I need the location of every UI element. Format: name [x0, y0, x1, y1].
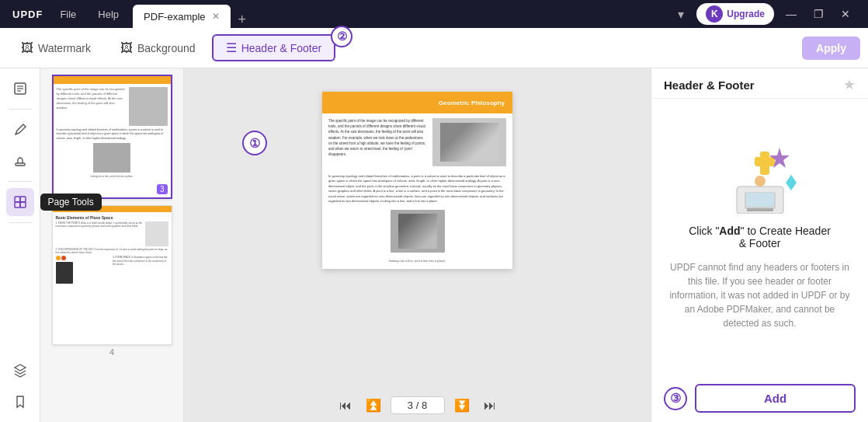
pdf-right-col [432, 118, 506, 166]
sidebar-icon-edit[interactable] [6, 75, 34, 103]
watermark-icon: 🖼 [21, 41, 33, 55]
add-button[interactable]: Add [695, 384, 856, 413]
titlebar-right: K Upgrade — ❐ ✕ [690, 3, 862, 25]
tab-background-label: Background [137, 42, 196, 54]
apply-button[interactable]: Apply [802, 37, 860, 60]
add-tab-button[interactable]: + [231, 12, 255, 28]
pdf-body-text: In geometry topology and related branche… [322, 171, 512, 207]
tab-watermark[interactable]: 🖼 Watermark [8, 36, 104, 61]
svg-rect-7 [15, 202, 20, 208]
nav-first-button[interactable]: ⏮ [335, 396, 356, 416]
badge-1: ① [242, 131, 267, 155]
nav-next-button[interactable]: ⏬ [450, 395, 474, 416]
right-panel-footer: ③ Add [651, 375, 868, 422]
page-tools-tooltip: Page Tools [40, 194, 102, 211]
thumb-img-4: Basic Elements of Plane Space 1. KNOW TH… [52, 205, 172, 345]
sidebar-icon-stamp[interactable] [6, 147, 34, 175]
tab-label: PDF-example [144, 11, 205, 23]
page-indicator: 3 / 8 [391, 396, 445, 414]
svg-rect-4 [16, 163, 25, 166]
nav-prev-button[interactable]: ⏫ [361, 395, 386, 416]
user-avatar: K [706, 5, 723, 23]
svg-rect-12 [755, 157, 775, 166]
titlebar: UPDF File Help PDF-example ✕ + ▾ K Upgra… [0, 0, 868, 28]
right-panel-desc: UPDF cannot find any headers or footers … [667, 260, 852, 330]
viewer-area: ① Geometric Philosophy The specific poin… [184, 68, 651, 422]
close-button[interactable]: ✕ [835, 8, 856, 20]
thumb-img-3: The specific point of the image can be r… [52, 75, 172, 199]
illustration [717, 144, 803, 214]
menu-bar: File Help [49, 0, 130, 28]
sidebar-left: Page Tools [0, 68, 40, 422]
tab-header-footer[interactable]: ☰ Header & Footer [212, 34, 336, 61]
nav-last-button[interactable]: ⏭ [479, 396, 501, 416]
toolbar: 🖼 Watermark 🖼 Background ☰ Header & Foot… [0, 28, 868, 68]
menu-help[interactable]: Help [87, 0, 130, 28]
divider-3 [9, 222, 32, 223]
app-logo: UPDF [6, 9, 49, 20]
thumbnail-page-3[interactable]: The specific point of the image can be r… [47, 75, 177, 199]
upgrade-button[interactable]: K Upgrade [696, 3, 774, 25]
right-panel-content: Click "Add" to Create Header& Footer UPD… [651, 99, 868, 375]
thumbnail-page-4[interactable]: Basic Elements of Plane Space 1. KNOW TH… [47, 205, 177, 357]
maximize-button[interactable]: ❐ [808, 8, 829, 20]
tab-close-icon[interactable]: ✕ [212, 11, 220, 22]
tabs-dropdown-icon[interactable]: ▾ [672, 7, 690, 22]
right-panel-title: Header & Footer [664, 78, 755, 92]
svg-rect-17 [747, 208, 773, 211]
pdf-caption: looking into a line, and a line into a p… [322, 259, 512, 269]
minimize-button[interactable]: — [780, 8, 802, 20]
svg-rect-8 [20, 202, 26, 208]
divider-1 [9, 109, 32, 110]
background-icon: 🖼 [120, 41, 133, 55]
right-panel: Header & Footer ★ [651, 68, 868, 422]
badge-2: ② [331, 26, 352, 47]
pdf-left-text: The specific point of the image can be r… [328, 118, 428, 166]
svg-rect-5 [15, 197, 20, 202]
thumb-label-4: 4 [109, 347, 114, 357]
upgrade-label: Upgrade [727, 9, 765, 19]
main-area: Page Tools The specific point of the ima… [0, 68, 868, 422]
svg-marker-14 [786, 175, 797, 190]
svg-rect-16 [746, 193, 774, 207]
pdf-page: Geometric Philosophy The specific point … [322, 92, 512, 269]
divider-2 [9, 181, 32, 182]
nav-bar: ⏮ ⏫ 3 / 8 ⏬ ⏭ [335, 389, 501, 422]
sidebar-icon-page-tools[interactable]: Page Tools [6, 188, 34, 216]
right-panel-cta: Click "Add" to Create Header& Footer [689, 225, 831, 249]
star-icon[interactable]: ★ [843, 76, 856, 93]
thumbnails-panel: The specific point of the image can be r… [40, 68, 184, 422]
sidebar-icon-annotate[interactable] [6, 116, 34, 144]
tab-background[interactable]: 🖼 Background [107, 36, 209, 61]
svg-point-15 [755, 176, 766, 187]
right-panel-header: Header & Footer ★ [651, 68, 868, 99]
tab-watermark-label: Watermark [38, 42, 91, 54]
tab-header-footer-label: Header & Footer [241, 42, 322, 54]
menu-file[interactable]: File [49, 0, 87, 28]
header-footer-icon: ☰ [226, 40, 237, 55]
thumb-badge-3: 3 [157, 184, 168, 194]
svg-rect-6 [20, 197, 26, 202]
sidebar-icon-layers[interactable] [6, 357, 34, 385]
tab-area: PDF-example ✕ + [130, 0, 672, 28]
pdf-title: Geometric Philosophy [439, 99, 505, 106]
tab-pdf-example[interactable]: PDF-example ✕ [133, 5, 230, 28]
sidebar-icon-bookmark[interactable] [6, 388, 34, 416]
step-badge-3: ③ [664, 387, 687, 410]
